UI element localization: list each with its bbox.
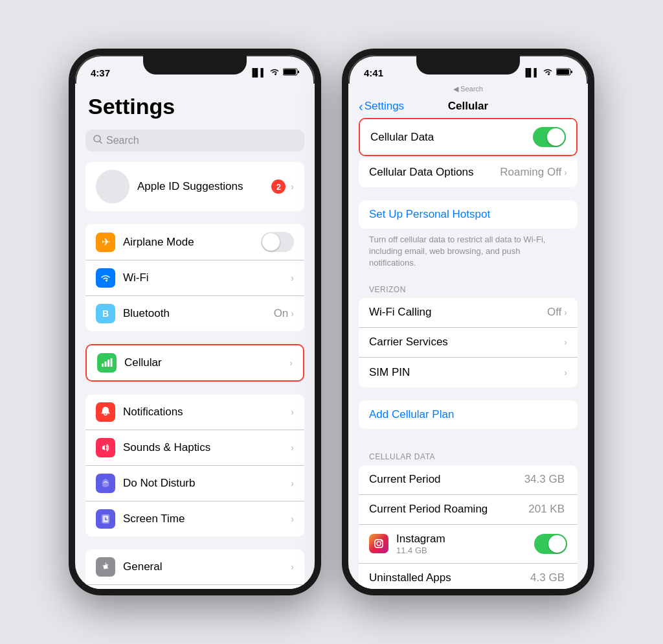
svg-rect-8 (111, 358, 113, 367)
uninstalled-label: Uninstalled Apps (369, 571, 530, 584)
notifications-row[interactable]: Notifications › (85, 395, 304, 430)
svg-rect-1 (284, 69, 296, 75)
cellular-data-highlighted: Cellular Data (359, 118, 578, 156)
nav-bar-2: ‹ Settings Cellular (348, 93, 588, 118)
chevron-icon: › (291, 407, 294, 417)
search-icon (93, 135, 102, 146)
cellular-data-row[interactable]: Cellular Data (360, 119, 576, 155)
verizon-header: VERIZON (348, 275, 588, 298)
hotspot-link[interactable]: Set Up Personal Hotspot (369, 208, 567, 221)
more-section: General › Control Center › AA Display & … (85, 549, 304, 589)
sounds-row[interactable]: Sounds & Haptics › (85, 430, 304, 466)
svg-point-22 (377, 542, 381, 546)
chevron-icon: › (291, 273, 294, 283)
battery-icon (283, 68, 299, 78)
svg-rect-19 (557, 69, 569, 75)
data-options-row[interactable]: Cellular Data Options Roaming Off › (359, 157, 578, 187)
general-label: General (123, 560, 291, 573)
chevron-icon: › (564, 367, 567, 378)
instagram-toggle[interactable] (534, 534, 567, 554)
chevron-icon: › (291, 478, 294, 489)
hotspot-section: Set Up Personal Hotspot (359, 200, 578, 229)
cellular-data-toggle[interactable] (533, 127, 566, 147)
wifi-calling-row[interactable]: Wi-Fi Calling Off › (359, 298, 578, 328)
back-button[interactable]: ‹ Settings (359, 99, 404, 114)
airplane-row[interactable]: ✈ Airplane Mode (85, 224, 304, 260)
sounds-label: Sounds & Haptics (123, 441, 291, 454)
data-options-label: Cellular Data Options (369, 166, 500, 179)
chevron-icon: › (291, 514, 294, 524)
dnd-icon (96, 474, 115, 493)
uninstalled-value: 4.3 GB (530, 571, 565, 584)
roaming-label: Current Period Roaming (369, 503, 528, 516)
svg-rect-20 (571, 71, 572, 73)
apple-id-row[interactable]: Apple ID Suggestions 2 › (85, 162, 304, 211)
sim-pin-row[interactable]: SIM PIN › (359, 358, 578, 387)
sounds-icon (96, 438, 115, 457)
add-plan-section: Add Cellular Plan (359, 400, 578, 429)
general-row[interactable]: General › (85, 549, 304, 585)
sim-pin-label: SIM PIN (369, 366, 564, 379)
cellular-data-section: Current Period 34.3 GB Current Period Ro… (359, 465, 578, 589)
cellular-label: Cellular (124, 356, 289, 369)
phone-1: 4:37 ▐▌▌ Settings (69, 49, 321, 595)
wifi-settings-icon (96, 268, 115, 288)
badge: 2 (271, 179, 286, 194)
current-period-label: Current Period (369, 473, 524, 486)
control-center-row[interactable]: Control Center › (85, 585, 304, 589)
search-placeholder: Search (106, 135, 139, 146)
chevron-icon: › (291, 181, 294, 192)
cellular-icon (97, 353, 117, 373)
chevron-icon: › (291, 562, 294, 572)
add-plan-link[interactable]: Add Cellular Plan (369, 408, 567, 421)
data-options-value: Roaming Off (500, 166, 561, 179)
current-period-row: Current Period 34.3 GB (359, 465, 578, 495)
notifications-icon (96, 402, 115, 422)
svg-rect-6 (105, 362, 107, 367)
wifi-calling-value: Off (547, 306, 561, 319)
wifi-label: Wi-Fi (123, 271, 288, 284)
apple-id-name: Apple ID Suggestions (137, 180, 271, 193)
airplane-toggle[interactable] (261, 232, 294, 252)
time-1: 4:37 (91, 67, 110, 78)
svg-point-23 (381, 540, 382, 542)
toggle-knob (547, 128, 565, 146)
screentime-row[interactable]: Screen Time › (85, 501, 304, 536)
nav-title: Cellular (448, 100, 488, 113)
svg-line-4 (100, 141, 102, 143)
screentime-icon (96, 509, 115, 529)
bluetooth-label: Bluetooth (123, 307, 274, 320)
cellular-data-header: CELLULAR DATA (348, 442, 588, 465)
instagram-row[interactable]: Instagram 11.4 GB (359, 525, 578, 564)
bluetooth-icon: B (96, 304, 115, 323)
cellular-row[interactable]: Cellular › (87, 345, 303, 380)
carrier-row[interactable]: Carrier Services › (359, 328, 578, 358)
chevron-icon: › (564, 337, 567, 347)
instagram-icon (369, 534, 388, 553)
apple-id-info: Apple ID Suggestions (137, 180, 271, 193)
back-chevron-icon: ‹ (359, 99, 363, 114)
chevron-icon: › (289, 358, 293, 368)
notifications-label: Notifications (123, 406, 291, 419)
instagram-size: 11.4 GB (396, 546, 534, 555)
notch-2 (416, 55, 520, 75)
signal-icon: ▐▌▌ (249, 68, 266, 77)
search-bar[interactable]: Search (85, 130, 304, 152)
battery-icon-2 (556, 68, 572, 78)
status-icons-1: ▐▌▌ (249, 68, 299, 78)
wifi-row[interactable]: Wi-Fi › (85, 260, 304, 296)
general-icon (96, 557, 115, 577)
svg-rect-7 (107, 360, 109, 367)
back-context: ◀ Search (348, 84, 588, 93)
airplane-label: Airplane Mode (123, 236, 261, 249)
dnd-row[interactable]: Do Not Disturb › (85, 466, 304, 501)
svg-rect-9 (102, 446, 105, 449)
signal-icon-2: ▐▌▌ (523, 68, 539, 77)
chevron-icon: › (291, 308, 294, 319)
connectivity-section: ✈ Airplane Mode Wi-Fi › (85, 224, 304, 331)
description-text: Turn off cellular data to restrict all d… (348, 230, 588, 275)
avatar (96, 170, 129, 203)
roaming-row: Current Period Roaming 201 KB (359, 495, 578, 525)
bluetooth-row[interactable]: B Bluetooth On › (85, 296, 304, 331)
airplane-icon: ✈ (96, 233, 115, 252)
